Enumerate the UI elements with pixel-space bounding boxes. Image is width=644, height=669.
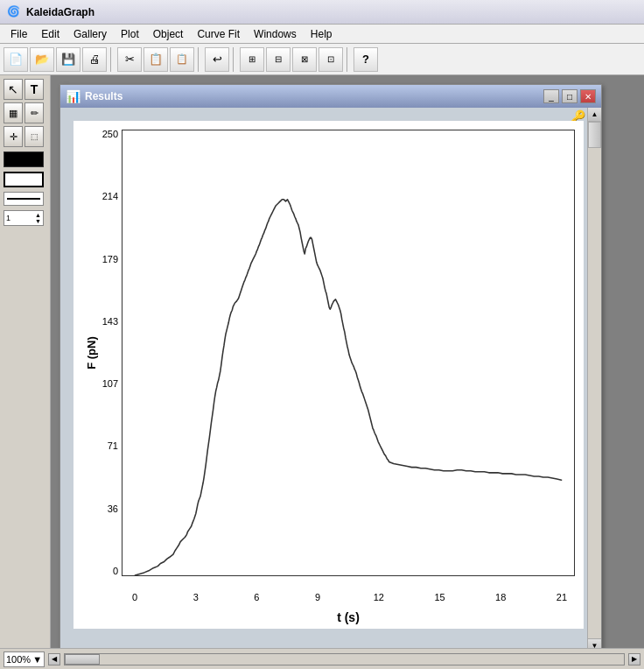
save-button[interactable]: 💾 [56, 47, 80, 72]
y-tick-36: 36 [108, 504, 118, 514]
color-black-swatch[interactable] [4, 151, 44, 167]
fit-hv-button[interactable]: ⊠ [292, 47, 317, 72]
line-width-spinner[interactable]: 1 ▲ ▼ [4, 210, 44, 226]
text-tool[interactable]: T [24, 79, 44, 100]
sep3 [233, 47, 236, 72]
y-tick-143: 143 [102, 317, 118, 327]
results-title-bar: 📊 Results _ □ ✕ [60, 85, 601, 108]
copy-button[interactable]: 📋 [144, 47, 168, 72]
scroll-thumb[interactable] [588, 122, 601, 148]
content-area: 📊 Results _ □ ✕ 🔑 F (pN) 250 214 [51, 75, 644, 648]
fit-h-button[interactable]: ⊞ [240, 47, 264, 72]
spinner-down[interactable]: ▼ [35, 218, 41, 224]
menu-edit[interactable]: Edit [34, 25, 66, 44]
x-tick-3: 3 [183, 592, 209, 602]
chart-svg [122, 130, 574, 575]
y-tick-179: 179 [102, 255, 118, 264]
group-tool[interactable]: ⬚ [24, 126, 44, 147]
x-tick-21: 21 [549, 592, 575, 602]
draw-rect-tool[interactable]: ▦ [4, 102, 23, 123]
spinner-up[interactable]: ▲ [35, 212, 41, 218]
maximize-button[interactable]: □ [562, 89, 578, 103]
scroll-left-button[interactable]: ◀ [48, 653, 60, 665]
zoom-dropdown[interactable]: 100% ▼ [4, 651, 45, 667]
y-axis-label: F (pN) [85, 336, 98, 370]
fit-v-button[interactable]: ⊟ [266, 47, 290, 72]
y-tick-0: 0 [113, 567, 118, 576]
tool-pair-1: ↖ T [4, 79, 46, 100]
line-style-preview [7, 198, 40, 200]
menu-file[interactable]: File [4, 25, 34, 44]
menu-curve-fit[interactable]: Curve Fit [190, 25, 247, 44]
main-layout: ↖ T ▦ ✏ ✛ ⬚ 1 ▲ ▼ [0, 75, 644, 648]
zoom-arrow-icon: ▼ [32, 654, 42, 665]
move-tool[interactable]: ✛ [4, 126, 23, 147]
y-tick-71: 71 [108, 441, 118, 451]
zoom-value: 100% [6, 654, 31, 665]
x-tick-9: 9 [304, 592, 331, 602]
x-tick-18: 18 [487, 592, 514, 602]
title-bar: 🌀 KaleidaGraph [0, 0, 644, 25]
close-button[interactable]: ✕ [580, 89, 596, 103]
results-title-btns: _ □ ✕ [543, 89, 596, 103]
help-button[interactable]: ? [354, 47, 378, 72]
toolbar: 📄 📂 💾 🖨 ✂ 📋 📋 ↩ ⊞ ⊟ ⊠ ⊡ ? [0, 44, 644, 75]
minimize-button[interactable]: _ [543, 89, 559, 103]
menu-plot[interactable]: Plot [114, 25, 146, 44]
y-tick-250: 250 [102, 130, 118, 139]
results-title-left: 📊 Results [66, 89, 122, 103]
undo-button[interactable]: ↩ [205, 47, 229, 72]
line-style-selector[interactable] [4, 192, 44, 206]
x-tick-6: 6 [243, 592, 270, 602]
color-fill-swatch[interactable] [4, 172, 44, 187]
scrollbar-thumb[interactable] [65, 654, 100, 665]
menu-object[interactable]: Object [146, 25, 191, 44]
paste-button[interactable]: 📋 [170, 47, 194, 72]
bottom-bar: 100% ▼ ◀ ▶ [0, 648, 644, 669]
menu-help[interactable]: Help [304, 25, 340, 44]
y-tick-107: 107 [102, 379, 118, 389]
results-title-text: Results [85, 90, 122, 102]
left-toolbar: ↖ T ▦ ✏ ✛ ⬚ 1 ▲ ▼ [0, 75, 51, 648]
fit-all-button[interactable]: ⊡ [318, 47, 343, 72]
x-tick-15: 15 [427, 592, 453, 602]
menu-gallery[interactable]: Gallery [66, 25, 114, 44]
draw-pencil-tool[interactable]: ✏ [24, 102, 44, 123]
app-icon: 🌀 [7, 5, 21, 19]
select-tool[interactable]: ↖ [4, 79, 23, 100]
menu-bar: File Edit Gallery Plot Object Curve Fit … [0, 25, 644, 44]
sep2 [198, 47, 201, 72]
x-tick-12: 12 [366, 592, 392, 602]
plot-area [122, 130, 575, 576]
x-axis-label: t (s) [122, 610, 575, 624]
results-window: 📊 Results _ □ ✕ 🔑 F (pN) 250 214 [60, 84, 602, 648]
force-curve [135, 200, 561, 575]
scroll-up-button[interactable]: ▲ [588, 108, 601, 122]
app-title: KaleidaGraph [26, 6, 94, 18]
line-width-value: 1 [6, 214, 10, 222]
scrollbar-track [64, 653, 625, 665]
tool-pair-3: ✛ ⬚ [4, 126, 46, 147]
open-button[interactable]: 📂 [30, 47, 54, 72]
results-title-icon: 📊 [66, 89, 80, 103]
cut-button[interactable]: ✂ [117, 47, 142, 72]
spinner-arrows[interactable]: ▲ ▼ [35, 212, 41, 224]
menu-windows[interactable]: Windows [247, 25, 304, 44]
results-scrollbar: ▲ ▼ [587, 108, 601, 648]
y-tick-214: 214 [102, 192, 118, 201]
scroll-down-button[interactable]: ▼ [588, 638, 601, 648]
sep1 [110, 47, 114, 72]
new-button[interactable]: 📄 [4, 47, 28, 72]
x-tick-0: 0 [122, 592, 148, 602]
tool-pair-2: ▦ ✏ [4, 102, 46, 123]
scroll-right-button[interactable]: ▶ [628, 653, 640, 665]
x-ticks-row: 0 3 6 9 12 15 18 21 [122, 592, 575, 602]
sep4 [346, 47, 350, 72]
print-button[interactable]: 🖨 [82, 47, 107, 72]
